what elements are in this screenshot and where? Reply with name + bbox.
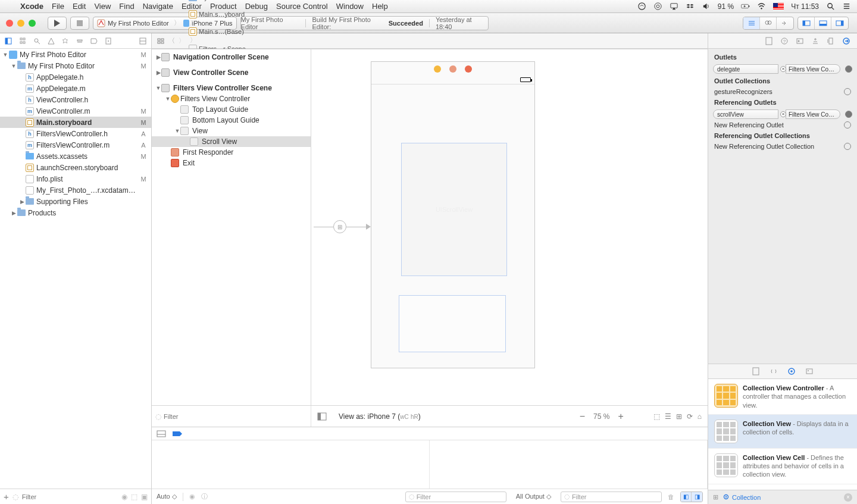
- layout-tool-align-icon[interactable]: ☰: [665, 412, 671, 421]
- navigator-filter-input[interactable]: [22, 493, 118, 500]
- variables-filter-input[interactable]: ◌Filter: [405, 492, 506, 502]
- file-inspector-tab-icon[interactable]: [764, 36, 774, 46]
- outline-row[interactable]: ▼Filters View Controller Scene: [152, 83, 311, 93]
- toggle-debug-icon[interactable]: [815, 17, 831, 29]
- menu-edit[interactable]: Edit: [73, 2, 86, 11]
- tree-row[interactable]: ▶Products: [0, 207, 151, 218]
- scm-filter-icon[interactable]: ⬚: [131, 493, 137, 501]
- toggle-navigator-icon[interactable]: [798, 17, 815, 29]
- identity-inspector-tab-icon[interactable]: [795, 36, 805, 46]
- tree-row[interactable]: hViewController.h: [0, 94, 151, 105]
- library-item[interactable]: Collection View Cell - Defines the attri…: [708, 449, 857, 484]
- zoom-out-button[interactable]: −: [580, 411, 585, 422]
- tree-row[interactable]: mAppDelegate.m: [0, 83, 151, 94]
- layout-tool-pin-icon[interactable]: ⊞: [676, 412, 682, 421]
- tree-row[interactable]: ▶Supporting Files: [0, 196, 151, 207]
- outline-filter-input[interactable]: [164, 413, 307, 420]
- outline-row[interactable]: Exit: [152, 158, 311, 168]
- file-template-lib-tab-icon[interactable]: [751, 367, 761, 376]
- document-outline[interactable]: ▶Navigation Controller Scene▶View Contro…: [152, 49, 311, 405]
- new-ref-outlet-row[interactable]: New Referencing Outlet: [708, 120, 857, 130]
- tree-row[interactable]: Main.storyboardM: [0, 117, 151, 128]
- outline-row[interactable]: Scroll View: [152, 136, 311, 147]
- menu-view[interactable]: View: [94, 2, 111, 11]
- connections-inspector-tab-icon[interactable]: [842, 36, 851, 46]
- menu-find[interactable]: Find: [119, 2, 134, 11]
- disclosure-icon[interactable]: ▶: [19, 199, 25, 205]
- layout-tool-stack-icon[interactable]: ⬚: [653, 412, 660, 421]
- size-inspector-tab-icon[interactable]: [826, 36, 836, 46]
- tree-row[interactable]: Assets.xcassetsM: [0, 151, 151, 162]
- outline-row[interactable]: Top Layout Guide: [152, 104, 311, 115]
- tree-row[interactable]: mFiltersViewController.mA: [0, 139, 151, 151]
- stop-button[interactable]: [70, 17, 89, 30]
- vc-icon[interactable]: [434, 65, 441, 73]
- console-filter-input[interactable]: ◌Filter: [561, 492, 662, 502]
- issue-navigator-tab-icon[interactable]: [46, 36, 56, 46]
- disclosure-icon[interactable]: ▼: [174, 128, 180, 134]
- debug-toggle-icon[interactable]: [157, 430, 166, 437]
- breadcrumb-item[interactable]: Main.s…yboard: [189, 10, 260, 18]
- toggle-outline-icon[interactable]: [317, 412, 327, 421]
- disclosure-icon[interactable]: ▼: [2, 52, 8, 58]
- disclosure-icon[interactable]: ▼: [11, 63, 17, 69]
- exit-icon[interactable]: [465, 65, 472, 73]
- status-volume-icon[interactable]: [702, 2, 711, 11]
- panel-toggle-segment[interactable]: [797, 17, 849, 30]
- ref-scrollview-row[interactable]: scrollView ×Filters View Co…: [708, 108, 857, 120]
- tree-row[interactable]: hFiltersViewController.hA: [0, 128, 151, 139]
- clear-console-icon[interactable]: 🗑: [668, 493, 674, 500]
- back-button[interactable]: 〈: [168, 36, 175, 45]
- symbol-navigator-tab-icon[interactable]: [18, 36, 27, 46]
- breadcrumb-item[interactable]: My Fir…o Editor: [189, 0, 260, 1]
- outline-row[interactable]: ▶View Controller Scene: [152, 67, 311, 78]
- disclosure-icon[interactable]: ▼: [155, 85, 161, 91]
- connection-hole-icon[interactable]: [844, 143, 851, 150]
- add-target-icon[interactable]: +: [4, 492, 9, 502]
- layout-tool-embed-icon[interactable]: ⌂: [698, 412, 702, 421]
- library-item[interactable]: Collection View Controller - A controlle…: [708, 379, 857, 415]
- menu-source-control[interactable]: Source Control: [276, 2, 328, 11]
- menu-window[interactable]: Window: [336, 2, 364, 11]
- status-dropbox-icon[interactable]: [686, 2, 695, 11]
- outline-row[interactable]: First Responder: [152, 147, 311, 158]
- status-clock[interactable]: Чт 11:53: [791, 2, 819, 11]
- media-lib-tab-icon[interactable]: [805, 367, 814, 376]
- breadcrumb-item[interactable]: Main.s…(Base): [189, 27, 260, 36]
- tree-row[interactable]: ▼My First Photo EditorM: [0, 49, 151, 60]
- attributes-inspector-tab-icon[interactable]: [811, 36, 820, 46]
- assistant-editor-icon[interactable]: [760, 17, 777, 29]
- status-spotlight-icon[interactable]: [826, 2, 835, 11]
- tree-row[interactable]: My_First_Photo_…r.xcdatamodeld: [0, 184, 151, 196]
- view-controller-canvas[interactable]: UIScrollView: [371, 61, 535, 368]
- quickhelp-inspector-tab-icon[interactable]: ?: [780, 36, 789, 46]
- object-library-list[interactable]: Collection View Controller - A controlle…: [708, 379, 857, 490]
- debug-auto-popup[interactable]: Auto ◇: [157, 493, 177, 500]
- outline-row[interactable]: Bottom Layout Guide: [152, 115, 311, 126]
- disclosure-icon[interactable]: ▶: [155, 70, 161, 76]
- status-at-icon[interactable]: [653, 2, 662, 11]
- remove-connection-icon[interactable]: ×: [780, 66, 786, 72]
- tree-row[interactable]: LaunchScreen.storyboard: [0, 162, 151, 173]
- zoom-in-button[interactable]: +: [618, 411, 623, 422]
- connection-hole-icon[interactable]: [845, 111, 852, 118]
- version-editor-icon[interactable]: [777, 17, 793, 29]
- minimize-window-button[interactable]: [17, 20, 24, 27]
- menu-navigate[interactable]: Navigate: [143, 2, 173, 11]
- canvas-imageview[interactable]: UIScrollView: [401, 143, 507, 276]
- library-item[interactable]: Collection View - Displays data in a col…: [708, 415, 857, 449]
- variables-view[interactable]: [152, 440, 430, 489]
- toggle-inspector-icon[interactable]: [831, 17, 848, 29]
- menu-help[interactable]: Help: [372, 2, 388, 11]
- project-navigator-tab-icon[interactable]: [4, 36, 13, 46]
- debug-breakpoint-toggle-icon[interactable]: [172, 430, 183, 437]
- object-lib-tab-icon[interactable]: [787, 367, 796, 376]
- forward-button[interactable]: 〉: [179, 36, 185, 45]
- navigator-options-icon[interactable]: [138, 36, 148, 46]
- debug-pane-segment[interactable]: ◧ ◨: [680, 492, 703, 502]
- tree-row[interactable]: hAppDelegate.h: [0, 71, 151, 83]
- code-snippet-lib-tab-icon[interactable]: [769, 367, 778, 376]
- ib-canvas[interactable]: ⊞ UIScrollView: [311, 49, 708, 405]
- clear-filter-icon[interactable]: ×: [844, 493, 852, 502]
- view-as-label[interactable]: View as: iPhone 7 (wC hR): [339, 412, 421, 421]
